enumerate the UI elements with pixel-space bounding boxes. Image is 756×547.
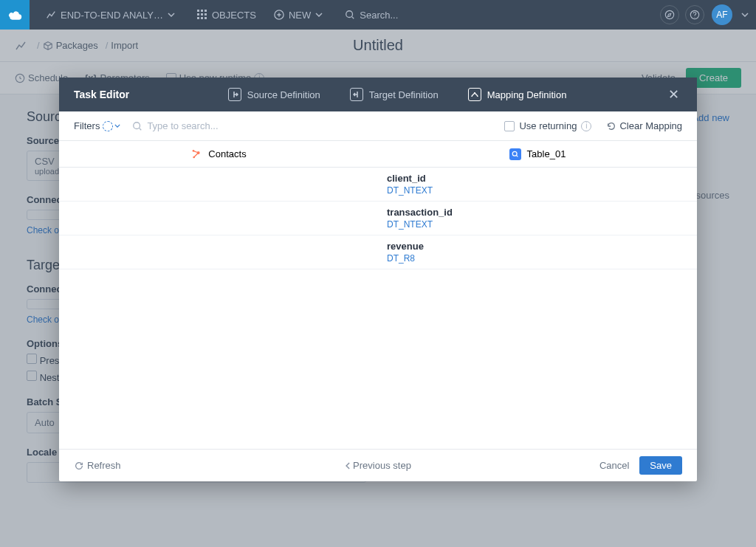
chevron-down-icon [315, 13, 323, 17]
tab-source-definition[interactable]: Source Definition [228, 88, 320, 101]
chart-line-icon [46, 10, 56, 20]
cloud-icon [7, 10, 22, 20]
hubspot-icon [190, 148, 202, 160]
source-column-label: Contacts [208, 148, 246, 159]
compass-icon [664, 10, 675, 20]
search-input[interactable] [147, 120, 309, 131]
tab-target-label: Target Definition [369, 89, 439, 100]
refresh-label: Refresh [87, 460, 121, 471]
use-returning-toggle[interactable]: Use returning i [504, 120, 591, 131]
refresh-icon [74, 461, 84, 471]
mapping-row[interactable]: revenue DT_R8 [59, 235, 697, 269]
chevron-down-icon[interactable] [741, 13, 749, 17]
field-type: DT_NTEXT [387, 185, 688, 196]
modal-title: Task Editor [74, 89, 129, 100]
filters-button[interactable]: Filters [74, 120, 120, 131]
grid-icon [197, 10, 207, 20]
svg-rect-0 [197, 10, 199, 12]
svg-rect-1 [201, 10, 203, 12]
plus-circle-icon [274, 10, 284, 20]
field-name: transaction_id [387, 207, 688, 218]
nav-search[interactable]: Search... [336, 0, 407, 30]
target-column-header: Table_01 [378, 141, 697, 167]
use-returning-label: Use returning [519, 120, 577, 131]
save-button[interactable]: Save [639, 456, 682, 475]
filter-bar: Filters Use returning i Clear Mapping [59, 111, 697, 141]
info-icon[interactable]: i [581, 121, 591, 131]
undo-icon [606, 121, 616, 131]
clear-mapping-button[interactable]: Clear Mapping [606, 120, 682, 131]
target-column-label: Table_01 [527, 148, 566, 159]
tab-mapping-label: Mapping Definition [487, 89, 567, 100]
chevron-down-icon [114, 124, 120, 128]
mapping-row[interactable]: client_id DT_NTEXT [59, 168, 697, 202]
app-logo[interactable] [0, 0, 30, 30]
bigquery-icon [509, 148, 521, 160]
search-icon [345, 10, 355, 20]
source-def-icon [228, 88, 241, 101]
field-type: DT_R8 [387, 253, 688, 264]
avatar-initials: AF [716, 10, 727, 20]
mapping-list: client_id DT_NTEXT transaction_id DT_NTE… [59, 168, 697, 449]
chevron-down-icon [168, 13, 175, 17]
svg-rect-8 [205, 17, 207, 19]
field-name: client_id [387, 173, 688, 184]
svg-rect-3 [197, 13, 199, 16]
avatar[interactable]: AF [712, 4, 732, 25]
svg-point-11 [665, 10, 673, 18]
compass-button[interactable] [660, 5, 679, 24]
nav-objects-label: OBJECTS [212, 10, 256, 21]
nav-new[interactable]: NEW [265, 0, 336, 30]
clear-mapping-label: Clear Mapping [619, 120, 682, 131]
svg-point-18 [512, 151, 517, 156]
previous-label: Previous step [353, 460, 411, 471]
top-nav: END-TO-END ANALY… OBJECTS NEW Search... … [0, 0, 756, 30]
nav-objects[interactable]: OBJECTS [188, 0, 265, 30]
svg-rect-4 [201, 13, 203, 16]
svg-rect-7 [201, 17, 203, 19]
previous-step-button[interactable]: Previous step [345, 460, 411, 471]
close-button[interactable]: ✕ [665, 83, 682, 106]
help-icon [690, 10, 700, 20]
modal-header: Task Editor Source Definition Target Def… [59, 78, 697, 111]
target-def-icon [350, 88, 363, 101]
project-name: END-TO-END ANALY… [61, 10, 163, 21]
project-switcher[interactable]: END-TO-END ANALY… [37, 0, 188, 30]
checkbox-icon [504, 121, 515, 131]
task-editor-modal: Task Editor Source Definition Target Def… [59, 78, 697, 481]
tab-target-definition[interactable]: Target Definition [350, 88, 439, 101]
field-name: revenue [387, 241, 688, 252]
field-type: DT_NTEXT [387, 219, 688, 230]
modal-footer: Refresh Previous step Cancel Save [59, 449, 697, 481]
mapping-def-icon [468, 88, 481, 101]
svg-rect-5 [205, 13, 207, 16]
tab-source-label: Source Definition [247, 89, 320, 100]
cancel-button[interactable]: Cancel [599, 460, 629, 471]
mapping-row[interactable]: transaction_id DT_NTEXT [59, 202, 697, 235]
source-column-header: Contacts [59, 141, 378, 167]
tab-mapping-definition[interactable]: Mapping Definition [468, 88, 567, 101]
chevron-left-icon [345, 462, 350, 469]
search-icon [132, 121, 142, 131]
mapping-columns-header: Contacts Table_01 [59, 141, 697, 168]
filter-add-icon [103, 121, 113, 131]
help-button[interactable] [685, 5, 704, 24]
nav-search-placeholder: Search... [360, 10, 398, 21]
nav-new-label: NEW [289, 10, 311, 21]
svg-point-14 [134, 122, 140, 128]
svg-rect-2 [205, 10, 207, 12]
svg-rect-6 [197, 17, 199, 19]
filters-label: Filters [74, 120, 100, 131]
refresh-button[interactable]: Refresh [74, 460, 121, 471]
svg-point-10 [346, 11, 353, 18]
